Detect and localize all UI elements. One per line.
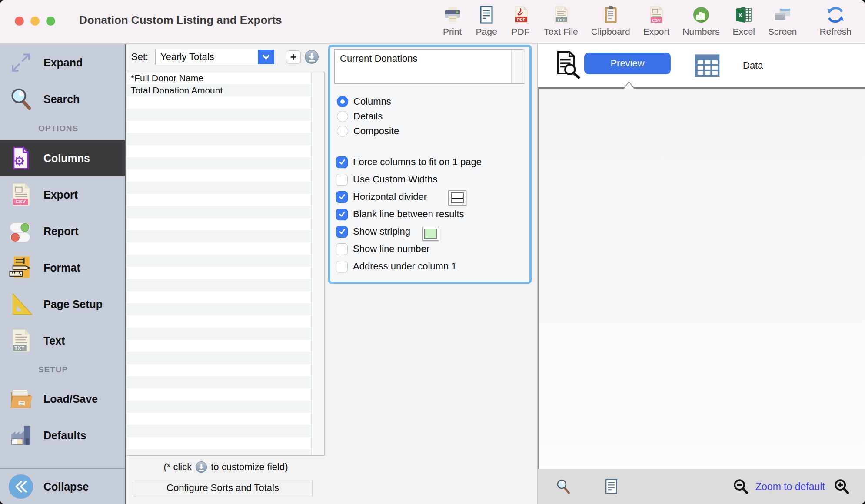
checkbox-force-fit[interactable] [336,156,348,168]
checkbox-blank-line[interactable] [336,209,348,220]
toolbar-print-button[interactable]: Print [436,4,469,37]
sidebar-item-text[interactable]: TXT Text [0,322,125,359]
radio-columns[interactable] [337,96,348,107]
zoom-in-icon[interactable] [833,478,850,495]
checkbox-row-custom-widths: Use Custom Widths [336,173,437,186]
format-pencil-ruler-icon [7,254,35,282]
sidebar-item-collapse[interactable]: Collapse [0,468,125,504]
sidebar-section-setup: SETUP [0,359,125,381]
printer-icon [442,4,463,25]
checkbox-row-blank-line: Blank line between results [336,208,464,221]
toolbar-pdf-button[interactable]: PDF PDF [504,4,538,37]
footer-magnifier-icon[interactable] [555,478,572,495]
svg-text:TXT: TXT [557,17,565,22]
sidebar-item-format[interactable]: Format [0,249,125,286]
numbers-app-icon [691,4,712,25]
toolbar: Print Page PDF PDF TXT Text File [436,4,858,37]
tab-preview[interactable]: Preview [584,53,671,74]
listing-options-panel: Current Donations Columns Details Compos… [328,45,532,284]
active-tab-pointer [622,81,635,89]
footer-document-icon[interactable] [602,478,620,495]
tab-data[interactable]: Data [736,44,770,87]
sidebar-item-export[interactable]: CSV Export [0,176,125,213]
txt-file-icon: TXT [551,4,572,25]
window-title: Donation Custom Listing and Exports [79,0,282,40]
set-square-icon [7,290,35,318]
csv-file-icon: CSV [7,181,35,209]
checkbox-row-force-fit: Force columns to fit on 1 page [336,156,482,169]
field-set-panel: Set: Yearly Totals + *Full Donor Name To… [126,44,328,504]
sidebar-item-defaults[interactable]: Defaults [0,417,125,454]
divider-style-button[interactable] [448,190,466,206]
svg-text:X: X [738,11,742,19]
radio-details[interactable] [337,111,348,122]
customize-field-icon [195,461,207,473]
svg-text:PDF: PDF [517,17,525,22]
pdf-file-icon: PDF [510,4,531,25]
screen-windows-icon [772,4,793,25]
sidebar-item-load-save[interactable]: Load/Save [0,381,125,417]
listing-title-box[interactable]: Current Donations [334,49,524,84]
toolbar-screen-button[interactable]: Screen [762,4,804,37]
close-window-button[interactable] [15,17,24,26]
checkbox-row-address-under-col1: Address under column 1 [336,260,456,273]
radio-composite[interactable] [337,126,348,137]
set-dropdown-value: Yearly Totals [156,49,257,65]
open-folder-icon [7,385,35,413]
clipboard-icon [600,4,621,25]
checkbox-address-under-col1[interactable] [336,261,348,272]
options-column: Current Donations Columns Details Compos… [328,44,538,504]
toolbar-refresh-button[interactable]: Refresh [813,4,858,37]
field-list: *Full Donor Name Total Donation Amount [127,72,325,456]
titlebar: Donation Custom Listing and Exports Prin… [0,0,865,44]
configure-sorts-totals-button[interactable]: Configure Sorts and Totals [133,480,313,496]
sidebar-item-page-setup[interactable]: Page Setup [0,286,125,322]
checkbox-show-striping[interactable] [336,226,348,238]
preview-canvas [538,89,865,469]
checkbox-row-show-striping: Show striping [336,225,410,238]
data-table-icon[interactable] [693,51,721,79]
sidebar-item-report[interactable]: Report [0,213,125,249]
field-rows: *Full Donor Name Total Donation Amount [127,72,311,455]
field-row[interactable]: *Full Donor Name [127,72,311,84]
sidebar-item-expand[interactable]: Expand [0,44,125,81]
collapse-chevrons-icon [7,473,35,501]
field-list-scrollbar[interactable] [311,72,324,455]
checkbox-horizontal-divider[interactable] [336,191,348,203]
sidebar-item-search[interactable]: Search [0,81,125,117]
app-window: Donation Custom Listing and Exports Prin… [0,0,865,504]
zoom-window-button[interactable] [46,17,55,26]
add-set-button[interactable]: + [286,50,301,63]
zoom-to-default-link[interactable]: Zoom to default [755,469,825,504]
checkbox-custom-widths[interactable] [336,174,348,186]
excel-app-icon: X [733,4,754,25]
stripe-color-swatch [424,229,437,239]
sidebar-item-columns[interactable]: Columns [0,140,125,176]
stripe-color-swatch-button[interactable] [422,227,439,241]
field-row[interactable]: Total Donation Amount [127,84,311,96]
preview-document-magnifier-icon[interactable] [554,50,582,79]
listing-title-scrollbar [511,50,524,83]
customize-field-button[interactable] [304,50,319,64]
refresh-arrows-icon [825,4,846,25]
radio-row-composite: Composite [337,125,399,137]
toolbar-clipboard-button[interactable]: Clipboard [585,4,637,37]
toolbar-numbers-button[interactable]: Numbers [676,4,726,37]
csv-file-icon: CSV [646,4,667,25]
toggles-icon [7,217,35,245]
checkbox-show-line-number[interactable] [336,243,348,255]
minimize-window-button[interactable] [30,17,40,26]
toolbar-textfile-button[interactable]: TXT Text File [538,4,585,37]
sidebar-section-options: OPTIONS [0,117,125,140]
toolbar-excel-button[interactable]: X Excel [726,4,762,37]
zoom-out-icon[interactable] [732,478,749,495]
factory-icon [7,421,35,449]
svg-text:TXT: TXT [14,345,25,351]
radio-row-details: Details [337,110,383,123]
txt-file-icon: TXT [7,327,35,355]
set-dropdown[interactable]: Yearly Totals [155,49,275,65]
magnifier-icon [7,85,35,113]
checkbox-row-line-number: Show line number [336,242,429,255]
toolbar-export-button[interactable]: CSV Export [637,4,676,37]
toolbar-page-button[interactable]: Page [469,4,504,37]
